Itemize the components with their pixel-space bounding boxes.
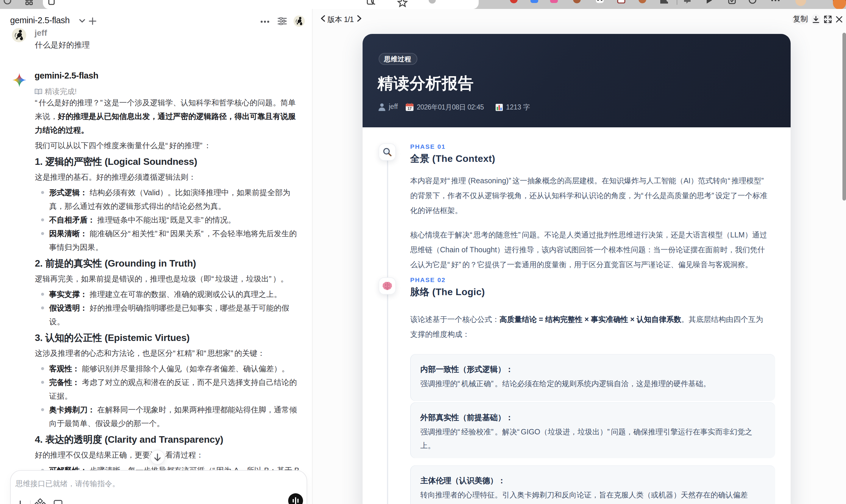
svg-text:17: 17 [407,107,412,111]
